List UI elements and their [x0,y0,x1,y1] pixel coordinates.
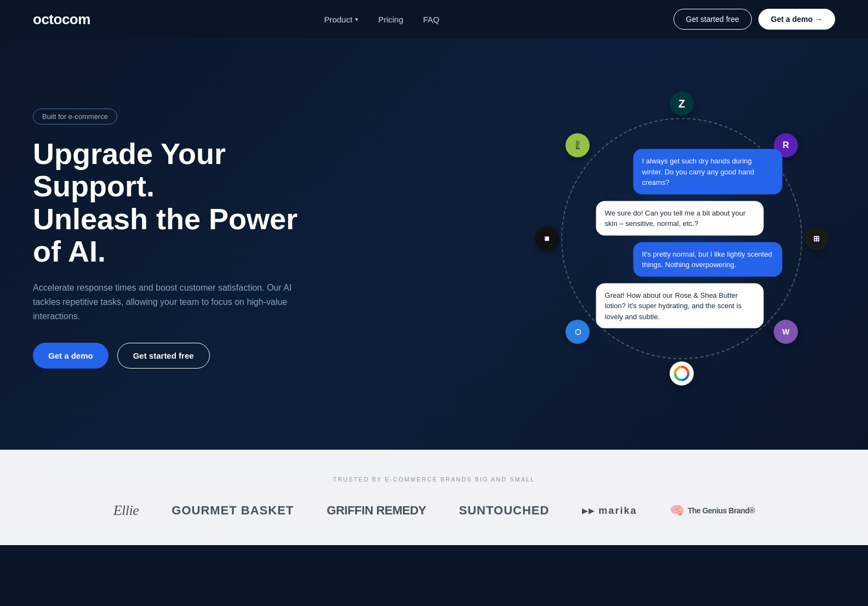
nav-links: Product ▾ Pricing FAQ [324,15,439,24]
integration-attentive-icon: ⬡ [566,320,590,344]
nav-faq-link[interactable]: FAQ [423,15,439,24]
nav-pricing-link[interactable]: Pricing [378,15,403,24]
nav-buttons: Get started free Get a demo → [673,9,835,30]
brand-marika-label: marika [598,505,637,517]
brand-logos: Ellie GOURMET BASKET GRIFFIN REMEDY SUNT… [33,502,835,519]
svg-point-1 [578,148,580,149]
trusted-section: TRUSTED BY E-COMMERCE BRANDS BIG AND SMA… [0,450,868,545]
svg-point-0 [576,148,578,149]
hero-title: Upgrade Your Support. Unleash the Power … [33,138,329,268]
chat-message-4: Great! How about our Rose & Shea Butter … [596,283,764,329]
brand-genius-label: The Genius Brand® [688,506,755,515]
chat-area: I always get such dry hands during winte… [596,149,783,329]
integration-klaviyo-icon: ⊞ [804,226,829,251]
hero-right: Z R ■ ⊞ W ⬡ [528,85,835,392]
chevron-down-icon: ▾ [355,16,358,23]
brand-griffin: GRIFFIN REMEDY [327,503,426,518]
hero-buttons: Get a demo Get started free [33,343,329,369]
hero-started-button[interactable]: Get started free [117,343,210,369]
hero-demo-button[interactable]: Get a demo [33,343,108,369]
chat-message-2: We sure do! Can you tell me a bit about … [596,201,764,235]
hero-left: Built for e-commerce Upgrade Your Suppor… [33,109,329,369]
chat-message-1: I always get such dry hands during winte… [633,149,783,195]
trusted-label: TRUSTED BY E-COMMERCE BRANDS BIG AND SMA… [33,476,835,483]
hero-title-line1: Upgrade Your Support. [33,137,226,202]
nav-product-link[interactable]: Product ▾ [324,15,358,24]
nav-faq-label: FAQ [423,15,439,24]
brand-genius: 🧠 The Genius Brand® [670,503,755,518]
integration-loop-icon [670,361,694,386]
brand-marika: ▶▶ marika [582,505,637,517]
get-demo-button[interactable]: Get a demo → [758,9,835,30]
brand-gourmet: GOURMET BASKET [172,503,294,518]
navbar: octocom Product ▾ Pricing FAQ Get starte… [0,0,868,38]
brand-suntouched: SUNTOUCHED [459,503,550,518]
logo[interactable]: octocom [33,11,90,28]
brand-ellie: Ellie [113,502,139,519]
nav-product-label: Product [324,15,352,24]
integration-zendesk-icon: Z [670,92,694,116]
hero-badge: Built for e-commerce [33,109,117,124]
hero-description: Accelerate response times and boost cust… [33,281,296,323]
integration-shopify-icon [566,133,590,157]
hero-section: Built for e-commerce Upgrade Your Suppor… [0,38,868,450]
nav-pricing-label: Pricing [378,15,403,24]
integration-gorgias-icon: ■ [535,226,559,251]
hero-title-line2: Unleash the Power of AI. [33,202,298,268]
chat-message-3: It's pretty normal, but I like lightly s… [633,242,783,276]
get-started-free-button[interactable]: Get started free [673,9,752,30]
